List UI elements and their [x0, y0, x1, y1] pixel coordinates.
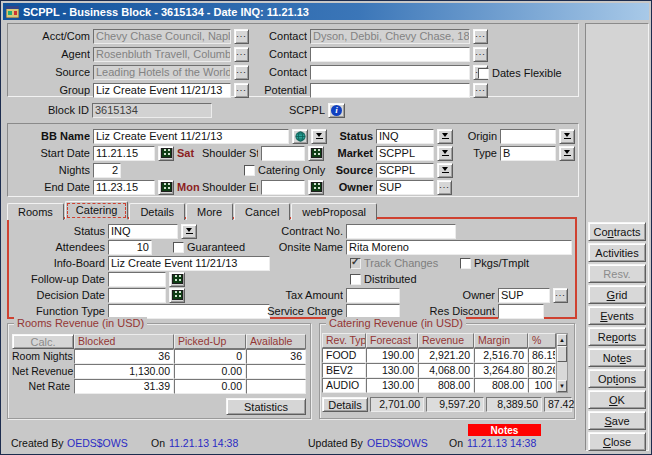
- bb-source-dropdown-button[interactable]: [437, 163, 453, 178]
- guaranteed-checkbox[interactable]: [173, 242, 184, 253]
- notes-button[interactable]: Notes: [588, 348, 646, 367]
- scrollbar-thumb[interactable]: [557, 346, 567, 362]
- market-field[interactable]: SCPPL: [376, 146, 434, 161]
- resv-button: Resv.: [588, 264, 646, 283]
- group-field[interactable]: Liz Create Event 11/21/13: [93, 83, 231, 98]
- res-discount-field[interactable]: [498, 304, 544, 319]
- activities-button[interactable]: Activities: [588, 243, 646, 262]
- status-field[interactable]: INQ: [376, 129, 434, 144]
- resort-info-button[interactable]: i: [328, 103, 345, 118]
- bb-owner-lov-button[interactable]: ...: [437, 180, 452, 195]
- follow-up-calendar-button[interactable]: [169, 272, 185, 287]
- scroll-down-icon[interactable]: ▼: [557, 380, 567, 392]
- cell: 31.39: [74, 379, 174, 394]
- calc-button[interactable]: Calc.: [12, 334, 74, 349]
- contact3-field[interactable]: [310, 65, 470, 80]
- market-dropdown-button[interactable]: [437, 146, 453, 161]
- tab-more[interactable]: More: [186, 203, 233, 220]
- follow-up-date-field[interactable]: [108, 272, 166, 287]
- column-header-blocked: Blocked: [74, 334, 174, 349]
- contact2-lov-button[interactable]: ...: [473, 47, 488, 62]
- notes-badge[interactable]: Notes: [468, 424, 541, 436]
- info-board-field[interactable]: Liz Create Event 11/21/13: [108, 256, 270, 271]
- source-field[interactable]: Leading Hotels of the World, Naples,: [93, 65, 231, 80]
- tax-amount-field[interactable]: [346, 288, 400, 303]
- agent-field[interactable]: Rosenbluth Travell, Columbia, 1800-r: [93, 47, 231, 62]
- potential-field[interactable]: [310, 83, 470, 98]
- track-changes-checkbox[interactable]: [350, 258, 361, 269]
- start-date-calendar-button[interactable]: [158, 146, 174, 161]
- dates-flexible-checkbox[interactable]: [478, 68, 489, 79]
- cat-owner-label: Owner: [423, 289, 495, 301]
- tab-webproposal[interactable]: webProposal: [291, 203, 377, 220]
- group-lov-button[interactable]: ...: [234, 83, 249, 98]
- shoulder-start-calendar-button[interactable]: [308, 146, 324, 161]
- cat-owner-field[interactable]: SUP: [498, 288, 550, 303]
- cell[interactable]: BEV2: [322, 363, 366, 378]
- statistics-button[interactable]: Statistics: [226, 398, 306, 415]
- acct-com-lov-button[interactable]: ...: [234, 29, 249, 44]
- cat-status-field[interactable]: INQ: [108, 224, 178, 239]
- tab-catering[interactable]: Catering: [65, 201, 129, 220]
- acct-com-field[interactable]: Chevy Chase Council, Naples,: [93, 29, 231, 44]
- translate-globe-button[interactable]: [292, 129, 308, 144]
- title-bar[interactable]: SCPPL - Business Block - 3615134 - Date …: [3, 3, 649, 20]
- cell: 1,130.00: [74, 364, 174, 379]
- cat-owner-lov-button[interactable]: ...: [553, 288, 568, 303]
- ok-button[interactable]: OK: [588, 390, 646, 409]
- decision-date-field[interactable]: [108, 288, 166, 303]
- bb-source-field[interactable]: SCPPL: [376, 163, 434, 178]
- cell: 4,068.00: [418, 363, 474, 378]
- account-section: Acct/Com Chevy Chase Council, Naples, ..…: [7, 23, 579, 97]
- pkgs-tmplt-checkbox[interactable]: [460, 258, 471, 269]
- origin-dropdown-button[interactable]: [559, 129, 575, 144]
- grid-button[interactable]: Grid: [588, 285, 646, 304]
- acct-com-label: Acct/Com: [12, 30, 90, 42]
- distributed-checkbox[interactable]: [350, 274, 361, 285]
- agent-lov-button[interactable]: ...: [234, 47, 249, 62]
- cell[interactable]: FOOD: [322, 348, 366, 363]
- pkgs-tmplt-label: Pkgs/Tmplt: [474, 257, 529, 269]
- onsite-name-field[interactable]: Rita Moreno: [346, 240, 572, 255]
- end-date-field[interactable]: 11.23.15: [93, 180, 155, 195]
- details-button[interactable]: Details: [322, 397, 368, 412]
- nights-field[interactable]: 2: [93, 163, 121, 178]
- type-dropdown-button[interactable]: [559, 146, 575, 161]
- events-button[interactable]: Events: [588, 306, 646, 325]
- contact1-lov-button[interactable]: ...: [473, 29, 488, 44]
- tab-cancel[interactable]: Cancel: [234, 203, 290, 220]
- cat-status-dropdown-button[interactable]: [181, 224, 197, 239]
- attendees-field[interactable]: 10: [108, 240, 152, 255]
- created-by-label: Created By: [11, 437, 64, 449]
- bb-name-field[interactable]: Liz Create Event 11/21/13: [93, 129, 289, 144]
- contract-no-field[interactable]: [346, 224, 456, 239]
- app-icon: [6, 6, 19, 18]
- tab-details[interactable]: Details: [129, 203, 185, 220]
- potential-lov-button[interactable]: ...: [473, 83, 488, 98]
- source-lov-button[interactable]: ...: [234, 65, 249, 80]
- status-dropdown-button[interactable]: [437, 129, 453, 144]
- table-scrollbar[interactable]: ▲ ▼: [556, 333, 568, 393]
- net-revenue-label: Net Revenue: [12, 364, 74, 379]
- origin-field[interactable]: [500, 129, 556, 144]
- shoulder-end-field[interactable]: [261, 180, 305, 195]
- cell[interactable]: AUDIO: [322, 378, 366, 393]
- shoulder-end-calendar-button[interactable]: [308, 180, 324, 195]
- chevron-down-icon: [564, 133, 570, 137]
- save-button[interactable]: Save: [588, 411, 646, 430]
- start-date-field[interactable]: 11.21.15: [93, 146, 155, 161]
- contracts-button[interactable]: Contracts: [588, 222, 646, 241]
- type-field[interactable]: B: [500, 146, 556, 161]
- bb-owner-field[interactable]: SUP: [376, 180, 434, 195]
- shoulder-start-field[interactable]: [261, 146, 305, 161]
- contact1-field[interactable]: Dyson, Debbi, Chevy Chase, 1800-123-: [310, 29, 470, 44]
- end-date-calendar-button[interactable]: [158, 180, 174, 195]
- tab-rooms[interactable]: Rooms: [7, 203, 64, 220]
- options-button[interactable]: Options: [588, 369, 646, 388]
- reports-button[interactable]: Reports: [588, 327, 646, 346]
- decision-calendar-button[interactable]: [169, 288, 185, 303]
- contact2-field[interactable]: [310, 47, 470, 62]
- catering-only-checkbox[interactable]: [244, 165, 255, 176]
- start-day-of-week: Sat: [177, 147, 199, 159]
- scroll-up-icon[interactable]: ▲: [557, 334, 567, 346]
